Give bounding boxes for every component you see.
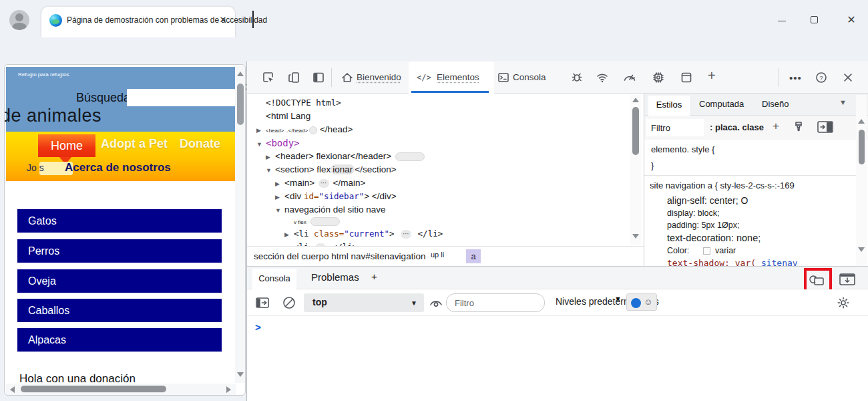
dom-tree-row[interactable]: ▶<li ⋯ </li>	[247, 241, 629, 246]
tree-toggle-icon[interactable]: ▶	[284, 241, 294, 246]
network-wifi-icon[interactable]	[596, 71, 609, 84]
devtools-more-icon[interactable]: •••	[789, 72, 802, 84]
dock-bottom-icon[interactable]	[839, 272, 856, 287]
tree-toggle-icon[interactable]: ▶	[275, 190, 284, 204]
sidebar-button-gatos[interactable]: Gatos	[17, 209, 222, 233]
sidebar-button-perros[interactable]: Perros	[17, 239, 222, 263]
paintbrush-icon[interactable]	[793, 120, 805, 134]
profile-avatar[interactable]	[9, 10, 29, 30]
javascript-context-dropdown[interactable]: top ▼	[304, 293, 424, 312]
scroll-thumb[interactable]	[632, 107, 639, 155]
color-swatch-checkbox[interactable]	[703, 247, 710, 255]
dom-tree-row[interactable]: ▶<header> flexionar</header>	[247, 150, 629, 163]
scroll-up-icon[interactable]	[237, 72, 244, 76]
help-icon[interactable]: ?	[815, 71, 828, 84]
tab-estilos[interactable]: Estilos	[648, 96, 690, 116]
dom-tree-row[interactable]: ▶<head> ..</head> </head>	[247, 123, 629, 136]
inspect-element-icon[interactable]	[262, 71, 275, 84]
tab-consola[interactable]: Consola	[495, 61, 557, 94]
window-maximize-button[interactable]	[805, 13, 823, 27]
dom-tree-row[interactable]: ▶<li class="current"> ⋯ </li>	[247, 227, 629, 241]
tree-toggle-icon[interactable]: ▼	[275, 204, 284, 217]
device-emulation-icon[interactable]	[287, 71, 300, 84]
dom-tree-row[interactable]: <!DOCTYPE html>	[247, 96, 629, 110]
drawer-tab-consola[interactable]: Consola	[252, 269, 296, 289]
css-selector[interactable]: site navigation a { sty-les-2-cs-s-:-169	[650, 180, 795, 190]
refresh-frame-icon[interactable]	[809, 273, 826, 290]
tab-diseno[interactable]: Diseño	[762, 99, 789, 109]
dom-tree-row[interactable]: ▶<div id="sidebar"> </div>	[247, 190, 629, 203]
tab-elementos[interactable]: </> Elementos	[409, 61, 494, 94]
scroll-left-icon[interactable]	[10, 386, 15, 393]
scroll-thumb[interactable]	[21, 386, 166, 392]
window-minimize-button[interactable]	[773, 13, 791, 27]
dom-tree-row[interactable]: ▶<main> ⋯ </main>	[247, 176, 629, 190]
nav-donate-link[interactable]: Donate	[180, 137, 220, 151]
scroll-right-icon[interactable]	[226, 386, 231, 393]
scroll-down-icon[interactable]	[237, 372, 244, 377]
drawer-add-tab-icon[interactable]: +	[371, 271, 377, 282]
css-color-value[interactable]: variar	[715, 246, 736, 255]
css-property-text-shadow[interactable]: text-shadow: var( sitenav	[667, 258, 798, 266]
scroll-up-icon[interactable]	[858, 119, 865, 124]
css-property[interactable]: display: block;	[667, 209, 720, 218]
nav-about-link[interactable]: Acerca de nosotros	[65, 161, 171, 174]
css-property[interactable]: align-self: center; O	[667, 195, 748, 206]
scroll-down-icon[interactable]	[858, 247, 865, 252]
issues-counter-badge[interactable]: ☺	[626, 293, 657, 311]
tree-toggle-icon[interactable]: ▶	[266, 150, 275, 164]
dom-tree-row[interactable]: ▼<section> flexionar</section>	[247, 163, 629, 176]
console-prompt[interactable]: >	[255, 321, 261, 333]
scroll-thumb[interactable]	[237, 84, 244, 125]
inline-style-close[interactable]: }	[651, 160, 654, 170]
inline-style-rule[interactable]: elemento. style {	[651, 144, 714, 154]
pseudo-class-toggle[interactable]: : placa. clase	[710, 122, 764, 132]
memory-chip-icon[interactable]	[652, 71, 665, 84]
tree-toggle-icon[interactable]: ▶	[275, 177, 284, 190]
tab-bienvenido[interactable]: Bienvenido	[338, 61, 409, 94]
dom-tree-row[interactable]: ▼navegación del sitio nave	[247, 203, 629, 217]
chevron-down-icon[interactable]: ▼	[839, 98, 847, 106]
css-property[interactable]: padding: 5px 1Øpx;	[667, 221, 739, 230]
performance-gauge-icon[interactable]	[622, 71, 636, 84]
dom-tree[interactable]: <!DOCTYPE html><html Lang▶<head> ..</hea…	[247, 94, 629, 246]
page-horizontal-scrollbar[interactable]	[6, 384, 236, 395]
tab-close-icon[interactable]: ✕	[218, 15, 228, 25]
bug-icon[interactable]	[570, 71, 584, 84]
application-panel-icon[interactable]	[680, 71, 693, 84]
page-vertical-scrollbar[interactable]	[235, 66, 246, 383]
new-rule-plus-icon[interactable]: +	[773, 120, 779, 133]
dom-tree-row[interactable]: <html Lang	[247, 110, 629, 123]
breadcrumb-mid[interactable]: up li	[431, 251, 444, 259]
drawer-tab-problemas[interactable]: Problemas	[311, 271, 359, 283]
nav-home-link[interactable]: Home	[38, 134, 95, 157]
nav-adopt-link[interactable]: Adopt a Pet	[101, 137, 168, 151]
dock-side-icon[interactable]	[312, 71, 325, 84]
live-expression-eye-icon[interactable]	[429, 297, 443, 309]
console-sidebar-toggle-icon[interactable]	[255, 296, 270, 309]
breadcrumb-path[interactable]: sección del cuerpo html nav#sitenavigati…	[254, 251, 425, 261]
dom-tree-row[interactable]: ▼<body>	[247, 136, 629, 150]
clear-console-icon[interactable]	[282, 295, 296, 310]
tree-toggle-icon[interactable]: ▼	[256, 138, 266, 151]
scroll-thumb[interactable]	[859, 130, 865, 164]
tab-computada[interactable]: Computada	[699, 99, 744, 109]
tree-toggle-icon[interactable]: ▶	[284, 228, 294, 241]
styles-scrollbar[interactable]	[856, 95, 867, 266]
sidebar-button-oveja[interactable]: Oveja	[17, 269, 222, 293]
scroll-up-icon[interactable]	[632, 98, 639, 102]
computed-sidebar-toggle-icon[interactable]	[817, 120, 834, 134]
breadcrumb-current[interactable]: a	[466, 249, 481, 263]
styles-filter-input[interactable]	[646, 119, 704, 136]
console-output[interactable]: >	[247, 316, 868, 401]
css-property-color[interactable]: Color:	[667, 246, 689, 255]
tree-toggle-icon[interactable]: ▼	[266, 164, 275, 177]
sidebar-button-alpacas[interactable]: Alpacas	[17, 328, 222, 352]
devtools-close-icon[interactable]	[841, 71, 855, 84]
sidebar-button-caballos[interactable]: Caballos	[17, 299, 222, 322]
dom-tree-row[interactable]: v flex	[247, 217, 629, 227]
console-settings-gear-icon[interactable]	[836, 295, 851, 310]
dom-scrollbar[interactable]	[630, 95, 641, 245]
window-close-button[interactable]: ✕	[843, 13, 860, 27]
console-filter-input[interactable]	[446, 293, 545, 312]
